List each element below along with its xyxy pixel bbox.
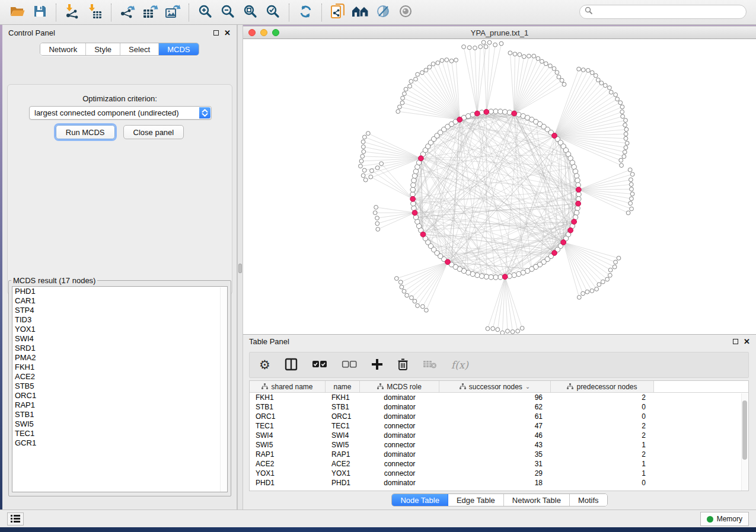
cell-mcds_role: dominator [360,393,439,402]
import-network-button[interactable] [61,2,84,23]
table-settings-button[interactable]: ⚙ [259,359,270,371]
result-node[interactable]: YOX1 [12,325,227,334]
deselect-all-rows-icon [342,360,357,370]
show-graphics-details-button[interactable] [394,2,417,23]
cell-predecessor_nodes: 0 [551,412,654,421]
table-row[interactable]: FKH1FKH1dominator962 [250,393,748,402]
table-row[interactable]: SWI5SWI5connector431 [250,440,748,450]
optimization-criterion-dropdown[interactable]: largest connected component (undirected) [29,106,212,120]
result-node[interactable]: SRD1 [12,344,227,353]
result-node[interactable]: TEC1 [12,429,227,438]
table-row[interactable]: SWI4SWI4dominator462 [250,431,748,440]
network-overview-button[interactable] [349,2,372,23]
cell-successor_nodes: 18 [439,478,551,488]
run-mcds-button[interactable]: Run MCDS [56,125,115,139]
network-graph [243,39,756,334]
column-header-MCDS-role[interactable]: MCDS role [360,381,439,392]
table-row[interactable]: ACE2ACE2connector311 [250,459,748,469]
result-node[interactable]: SWI4 [12,334,227,344]
table-row[interactable]: YOX1YOX1connector291 [250,469,748,478]
close-table-panel-icon[interactable]: ✕ [744,339,750,344]
refresh-button[interactable] [294,2,317,23]
memory-button[interactable]: Memory [700,512,749,526]
close-panel-icon[interactable]: ✕ [224,30,231,36]
table-panel-tabs: Node TableEdge TableNetwork TableMotifs [391,493,607,507]
table-row[interactable]: RAP1RAP1dominator352 [250,450,748,459]
close-panel-button[interactable]: Close panel [123,125,184,139]
import-table-button[interactable] [84,2,106,23]
result-node[interactable]: CAR1 [12,296,227,306]
result-node[interactable]: STB1 [12,410,227,419]
new-network-from-selection-button[interactable] [327,2,349,23]
column-header-predecessor-nodes[interactable]: predecessor nodes [551,381,654,392]
import-table-icon [87,4,103,21]
tab-select[interactable]: Select [120,43,159,55]
zoom-selected-button[interactable] [261,2,284,23]
tab-style[interactable]: Style [86,43,120,55]
network-canvas[interactable] [243,39,756,334]
cell-predecessor_nodes: 1 [551,469,654,478]
float-table-panel-icon[interactable] [733,339,738,344]
save-session-button[interactable] [28,2,51,23]
float-panel-icon[interactable] [213,30,219,36]
table-scrollbar[interactable] [741,393,748,491]
task-history-button[interactable] [7,512,24,525]
control-panel: Control Panel ✕ NetworkStyleSelectMCDS O… [2,25,237,509]
node-table: shared namenameMCDS rolesuccessor nodes⌄… [249,380,749,491]
cell-name: ORC1 [326,412,360,421]
result-node[interactable]: SWI5 [12,419,227,429]
table-row[interactable]: STB1STB1dominator620 [250,402,748,412]
tab-edge-table[interactable]: Edge Table [448,494,504,506]
export-table-button[interactable] [139,2,161,23]
panel-splitter[interactable] [237,25,243,509]
zoom-out-button[interactable] [216,2,239,23]
delete-column-button[interactable] [397,358,409,373]
cell-mcds_role: dominator [360,402,439,412]
fit-content-button[interactable] [239,2,261,23]
open-file-button[interactable] [6,2,28,23]
node-table-body: FKH1FKH1dominator962STB1STB1dominator620… [250,393,748,488]
result-node[interactable]: PMA2 [12,353,227,363]
result-node[interactable]: FKH1 [12,363,227,372]
hide-graphics-details-button[interactable] [372,2,394,23]
result-list-scrollbar[interactable] [220,287,227,492]
zoom-selected-icon [266,4,280,21]
delete-table-button[interactable] [423,360,437,371]
splitter-handle[interactable] [238,264,242,273]
tab-motifs[interactable]: Motifs [570,494,607,506]
tab-mcds[interactable]: MCDS [159,43,198,55]
result-node[interactable]: ACE2 [12,372,227,382]
tab-network[interactable]: Network [40,43,86,55]
table-row[interactable]: ORC1ORC1dominator610 [250,412,748,421]
search-input[interactable] [593,7,746,17]
network-window-titlebar[interactable]: YPA_prune.txt_1 [243,26,756,39]
show-columns-button[interactable] [285,358,298,373]
desktop-wallpaper-bottom [0,527,756,532]
export-network-button[interactable] [116,2,139,23]
result-node[interactable]: STP4 [12,306,227,315]
select-all-rows-button[interactable] [312,360,327,370]
tab-node-table[interactable]: Node Table [392,494,448,506]
table-row[interactable]: PHD1PHD1dominator180 [250,478,748,488]
table-scrollbar-thumb[interactable] [742,400,747,460]
table-row[interactable]: TEC1TEC1connector472 [250,421,748,431]
result-node[interactable]: ORC1 [12,391,227,400]
add-column-button[interactable] [371,358,383,372]
result-node[interactable]: PHD1 [12,287,227,296]
column-header-shared-name[interactable]: shared name [250,381,326,392]
function-builder-button[interactable]: f(x) [451,359,468,371]
column-header-name[interactable]: name [326,381,360,392]
zoom-in-button[interactable] [194,2,216,23]
delete-trash-icon [397,358,409,373]
export-image-button[interactable] [161,2,184,23]
tab-network-table[interactable]: Network Table [504,494,570,506]
column-header-successor-nodes[interactable]: successor nodes⌄ [439,381,551,392]
result-node[interactable]: RAP1 [12,400,227,410]
chevron-down-icon: ⌄ [525,383,530,390]
result-node[interactable]: TID3 [12,315,227,325]
deselect-all-rows-button[interactable] [342,360,357,370]
control-panel-tabs: NetworkStyleSelectMCDS [40,43,199,56]
result-node[interactable]: STB5 [12,382,227,391]
result-node[interactable]: GCR1 [12,438,227,448]
cell-mcds_role: connector [360,469,439,478]
